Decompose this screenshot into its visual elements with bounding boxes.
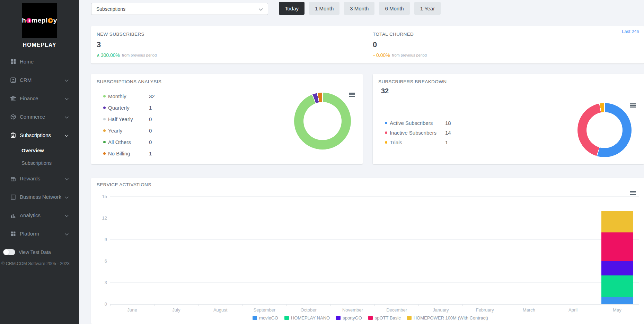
sidebar-item-rewards[interactable]: Rewards — [0, 169, 79, 188]
legend-item[interactable]: HOMEPLAY NANO — [284, 315, 330, 321]
legend-label: Quarterly — [108, 105, 149, 111]
sidebar-item-analytics[interactable]: Analytics — [0, 206, 79, 224]
sidebar-item-home[interactable]: Home — [0, 52, 79, 71]
legend-dot — [103, 118, 106, 120]
month-label-march: March — [507, 307, 551, 313]
legend-item[interactable]: Active Subscribers18 — [385, 118, 451, 128]
sidebar-item-platform[interactable]: Platform — [0, 224, 79, 243]
x-tick — [595, 305, 639, 306]
sidebar-item-label: Home — [20, 59, 34, 65]
toggle-knob — [3, 249, 9, 255]
legend-dot — [103, 95, 106, 97]
chart-menu-icon[interactable] — [630, 103, 636, 108]
card-title: SUBSCRIBERS BREAKDOWN — [378, 79, 638, 84]
month-label-december: December — [375, 307, 419, 313]
delta-percent: 300.00% — [101, 52, 120, 58]
sidebar-item-label: Finance — [20, 95, 38, 101]
x-tick — [418, 305, 462, 306]
report-type-select[interactable]: Subscriptions — [91, 3, 268, 15]
range-button-3-month[interactable]: 3 Month — [344, 2, 374, 15]
x-tick — [330, 305, 374, 306]
sidebar-item-commerce[interactable]: Commerce — [0, 108, 79, 126]
legend-value: 0 — [149, 128, 152, 134]
total-subscribers-value: 32 — [381, 87, 638, 95]
legend-dot — [385, 141, 387, 144]
legend-dot — [103, 129, 106, 132]
view-test-data-row: View Test Data — [3, 249, 79, 255]
sidebar-subitem-overview[interactable]: Overview — [0, 144, 79, 157]
stat-label: NEW SUBSCRIBERS — [97, 32, 157, 37]
sidebar: hmeply HOMEPLAY HomeCRMFinanceCommerceSu… — [0, 0, 79, 324]
x-tick — [374, 305, 418, 306]
range-button-1-month[interactable]: 1 Month — [309, 2, 339, 15]
range-button-today[interactable]: Today — [279, 2, 305, 15]
trend-flat-icon: − — [373, 53, 375, 58]
sidebar-item-finance[interactable]: Finance — [0, 89, 79, 108]
x-tick — [462, 305, 506, 306]
toggle-label: View Test Data — [19, 249, 51, 255]
legend-dot — [103, 152, 106, 155]
legend-label: Half Yearly — [108, 116, 149, 122]
plot-column-october — [286, 197, 330, 304]
legend-item[interactable]: Trials1 — [385, 137, 451, 147]
x-tick — [154, 305, 198, 306]
legend-value: 1 — [445, 139, 448, 145]
legend-item[interactable]: No Billing1 — [103, 148, 357, 159]
x-tick — [198, 305, 242, 306]
sidebar-item-label: Commerce — [20, 114, 45, 120]
filter-bar: Subscriptions Today1 Month3 Month6 Month… — [91, 2, 644, 15]
brand-name: HOMEPLAY — [0, 42, 79, 48]
stat-label: TOTAL CHURNED — [373, 32, 427, 37]
subscriptions-analysis-donut — [294, 93, 351, 150]
sidebar-item-label: Business Network — [20, 194, 61, 200]
legend-value: 14 — [445, 130, 451, 136]
view-test-data-toggle[interactable] — [3, 249, 15, 255]
chevron-down-icon — [65, 77, 69, 83]
x-tick — [242, 305, 286, 306]
legend-label: spOTT Basic — [375, 315, 401, 321]
homeplay-logo[interactable]: hmeply — [22, 3, 57, 38]
legend-label: HOMEPOWER 100M (With Contract) — [414, 315, 488, 321]
legend-item[interactable]: HOMEPOWER 100M (With Contract) — [407, 315, 488, 321]
card-title: SERVICE ACTIVATIONS — [97, 182, 644, 187]
sidebar-item-label: Subscriptions — [20, 132, 51, 138]
y-axis-label: 6 — [97, 258, 107, 264]
legend-item[interactable]: movieGO — [253, 315, 278, 321]
chevron-down-icon — [65, 132, 69, 138]
legend-label: movieGO — [259, 315, 278, 321]
month-label-february: February — [463, 307, 507, 313]
bar-chart-icon — [10, 212, 16, 219]
subscriptions-analysis-card: SUBSCRIPTIONS ANALYSIS Monthly32Quarterl… — [91, 74, 363, 164]
legend-label: Yearly — [108, 128, 149, 134]
legend-value: 1 — [149, 151, 152, 156]
month-label-january: January — [419, 307, 463, 313]
plot-column-february — [463, 197, 507, 304]
legend-item[interactable]: spOTT Basic — [368, 315, 401, 321]
chart-menu-icon[interactable] — [349, 92, 355, 97]
chevron-down-icon — [259, 6, 263, 12]
x-tick — [507, 305, 551, 306]
plot-columns — [110, 197, 639, 304]
stat-value: 0 — [373, 40, 427, 49]
month-label-october: October — [286, 307, 330, 313]
sidebar-item-crm[interactable]: CRM — [0, 71, 79, 89]
legend-dot — [103, 106, 106, 109]
pause-icon — [26, 18, 32, 23]
chevron-down-icon — [65, 231, 69, 237]
sidebar-subitem-subscriptions[interactable]: Subscriptions — [0, 157, 79, 169]
legend-label: HOMEPLAY NANO — [291, 315, 330, 321]
legend-item[interactable]: Inactive Subscribers14 — [385, 128, 451, 137]
month-label-may: May — [595, 307, 639, 313]
chart-menu-icon[interactable] — [630, 190, 636, 196]
range-button-1-year[interactable]: 1 Year — [414, 2, 441, 15]
sidebar-item-label: Platform — [20, 231, 39, 237]
legend-swatch — [253, 316, 257, 320]
plot-column-april — [551, 197, 595, 304]
legend-value: 0 — [149, 116, 152, 122]
sidebar-item-business-network[interactable]: Business Network — [0, 188, 79, 206]
last-24h-link[interactable]: Last 24h — [622, 29, 639, 34]
stacked-bar-may[interactable] — [601, 197, 633, 304]
sidebar-item-subscriptions[interactable]: Subscriptions — [0, 126, 79, 144]
legend-item[interactable]: sportyGO — [336, 315, 362, 321]
range-button-6-month[interactable]: 6 Month — [379, 2, 409, 15]
